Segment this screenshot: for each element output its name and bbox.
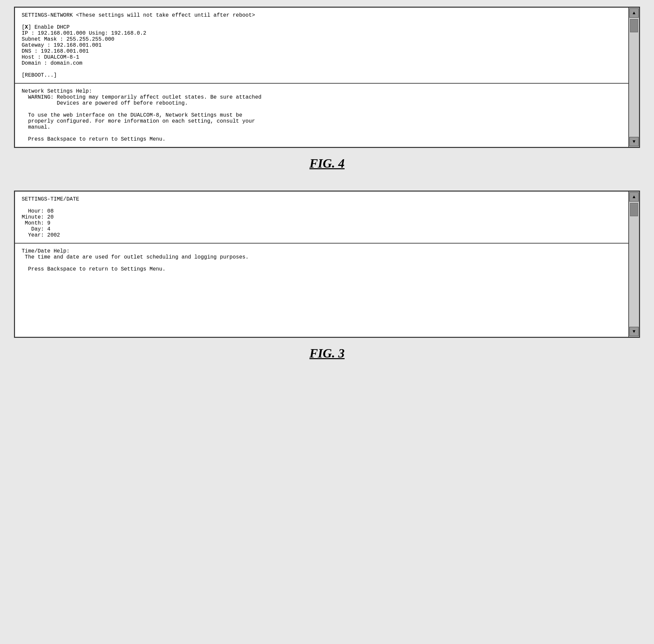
terminal-window-fig4: SETTINGS-NETWORK <These settings will no… — [14, 7, 640, 148]
reboot-button[interactable]: [REBOOT...] — [22, 72, 632, 78]
timedate-help-line1: Time/Date Help: — [22, 248, 632, 254]
terminal-bottom-fig4: Network Settings Help: WARNING: Rebootin… — [15, 84, 639, 147]
scrollbar-down-fig3[interactable]: ▼ — [629, 327, 639, 336]
terminal-top-fig3: SETTINGS-TIME/DATE Hour: 08 Minute: 20 M… — [15, 191, 639, 243]
timedate-help-line3: Press Backspace to return to Settings Me… — [22, 266, 632, 272]
ip-line: IP : 192.168.001.000 Using: 192.168.0.2 — [22, 30, 632, 36]
network-help-line3: Devices are powered off before rebooting… — [22, 100, 632, 106]
network-help-line4: To use the web interface on the DUALCOM-… — [22, 112, 632, 118]
fig4-label: FIG. 4 — [14, 156, 640, 170]
timedate-title: SETTINGS-TIME/DATE — [22, 196, 632, 202]
figure-3-container: SETTINGS-TIME/DATE Hour: 08 Minute: 20 M… — [14, 190, 640, 374]
terminal-window-fig3: SETTINGS-TIME/DATE Hour: 08 Minute: 20 M… — [14, 190, 640, 338]
network-lines: [X] Enable DHCP IP : 192.168.001.000 Usi… — [22, 24, 632, 78]
timedate-help-line2: The time and date are used for outlet sc… — [22, 254, 632, 260]
dns-line: DNS : 192.168.001.001 — [22, 48, 632, 54]
terminal-bottom-fig3: Time/Date Help: The time and date are us… — [15, 244, 639, 337]
dhcp-line: [X] Enable DHCP — [22, 24, 632, 30]
minute-line: Minute: 20 — [22, 214, 632, 220]
fig3-label: FIG. 3 — [14, 346, 640, 361]
subnet-line: Subnet Mask : 255.255.255.000 — [22, 36, 632, 42]
scrollbar-thumb-fig4[interactable] — [630, 19, 638, 32]
day-line: Day: 4 — [22, 226, 632, 232]
network-help-line6: manual. — [22, 124, 632, 130]
scrollbar-up-fig3[interactable]: ▲ — [629, 192, 639, 202]
network-title: SETTINGS-NETWORK <These settings will no… — [22, 12, 632, 18]
hour-line: Hour: 08 — [22, 208, 632, 214]
network-help-line7: Press Backspace to return to Settings Me… — [22, 136, 632, 142]
network-help-line2: WARNING: Rebooting may temporarily affec… — [22, 94, 632, 100]
scrollbar-fig3: ▲ ▼ — [628, 191, 639, 337]
scrollbar-thumb-fig3[interactable] — [630, 203, 638, 216]
scrollbar-fig4: ▲ ▼ — [628, 8, 639, 147]
figure-4-container: SETTINGS-NETWORK <These settings will no… — [14, 7, 640, 184]
domain-line: Domain : domain.com — [22, 60, 632, 66]
year-line: Year: 2002 — [22, 232, 632, 238]
host-line: Host : DUALCOM-8-1 — [22, 54, 632, 60]
scrollbar-up-fig4[interactable]: ▲ — [629, 8, 639, 18]
network-help-line5: properly configured. For more informatio… — [22, 118, 632, 124]
gateway-line: Gateway : 192.168.001.001 — [22, 42, 632, 48]
timedate-lines: Hour: 08 Minute: 20 Month: 9 Day: 4 Year… — [22, 208, 632, 238]
highlight-text: ore — [111, 118, 121, 124]
network-help-line1: Network Settings Help: — [22, 88, 632, 94]
checkbox[interactable]: [X] — [22, 24, 31, 30]
month-line: Month: 9 — [22, 220, 632, 226]
terminal-top-fig4: SETTINGS-NETWORK <These settings will no… — [15, 8, 639, 83]
scrollbar-down-fig4[interactable]: ▼ — [629, 137, 639, 146]
